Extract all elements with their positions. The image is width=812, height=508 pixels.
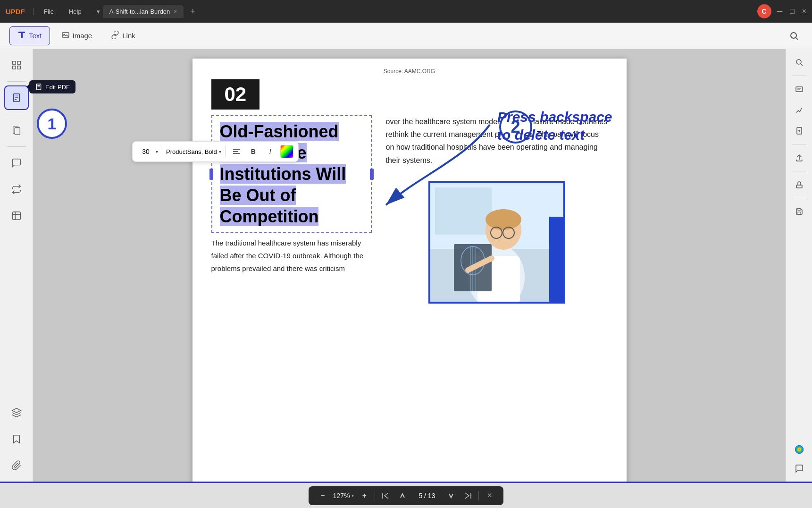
- tab-dropdown-btn[interactable]: ▾: [97, 8, 100, 15]
- sidebar-item-comment[interactable]: [4, 151, 29, 175]
- image-accent: [549, 217, 563, 302]
- svg-line-44: [801, 64, 803, 66]
- sidebar-divider-2: [7, 114, 26, 114]
- sidebar-item-thumbnails[interactable]: [4, 53, 29, 77]
- tab-add-btn[interactable]: +: [187, 6, 199, 17]
- svg-marker-19: [12, 408, 20, 413]
- nav-last-btn[interactable]: [461, 489, 475, 502]
- selected-text-institutions: Institutions Will: [220, 164, 346, 184]
- right-sidebar-rainbow[interactable]: [790, 440, 809, 459]
- content-area[interactable]: 30 ▾ ProductSans, Bold ▾ B I Source: AAM…: [33, 49, 786, 482]
- svg-rect-0: [18, 32, 25, 33]
- font-size-input[interactable]: 30: [137, 148, 154, 155]
- menu-file[interactable]: File: [40, 6, 58, 17]
- title-bar: UPDF | File Help ▾ A-Shift-to...ian-Burd…: [0, 0, 812, 23]
- align-btn[interactable]: [229, 144, 243, 159]
- bold-btn[interactable]: B: [246, 144, 260, 159]
- svg-rect-9: [17, 66, 20, 69]
- bottom-close-btn[interactable]: ×: [483, 489, 496, 502]
- right-sidebar-chat[interactable]: [790, 459, 809, 478]
- svg-point-53: [795, 445, 804, 454]
- image-tool-icon: [61, 31, 70, 41]
- sidebar-bottom: [4, 400, 29, 478]
- link-tool-btn[interactable]: Link: [103, 27, 143, 45]
- right-sidebar-extract[interactable]: [790, 121, 809, 140]
- main-toolbar: Text Image Link: [0, 23, 812, 49]
- active-tab[interactable]: A-Shift-to...ian-Burden ×: [103, 5, 184, 18]
- font-family-selector[interactable]: ProductSans, Bold ▾: [166, 148, 221, 155]
- bottom-controls: − 127% ▾ + 5 / 13 ×: [309, 486, 504, 505]
- svg-rect-7: [17, 61, 20, 64]
- sidebar-item-pages[interactable]: [4, 118, 29, 143]
- nav-next-btn[interactable]: [444, 489, 458, 502]
- zoom-display: 127% ▾: [333, 492, 354, 500]
- bottom-bar: − 127% ▾ + 5 / 13 ×: [0, 482, 812, 508]
- bottom-separator-1: [375, 491, 375, 500]
- right-sidebar-signature[interactable]: [790, 101, 809, 119]
- page-number-box: 02: [211, 79, 260, 110]
- selected-text-competition: Competition: [220, 207, 319, 226]
- right-sidebar-divider-1: [792, 76, 806, 76]
- edit-pdf-tooltip: Edit PDF: [29, 80, 75, 93]
- text-tool-icon: [17, 31, 26, 41]
- annotation-text: Press backspaceto delete text: [497, 108, 612, 144]
- svg-rect-6: [12, 61, 15, 64]
- svg-rect-49: [796, 185, 802, 188]
- sidebar-item-translate[interactable]: [4, 203, 29, 228]
- heading-text-box[interactable]: Old-Fashioned Healthcare Institutions Wi…: [211, 115, 372, 233]
- right-sidebar-divider-2: [792, 144, 806, 144]
- doctor-image: [428, 181, 565, 304]
- sidebar-item-convert[interactable]: [4, 177, 29, 202]
- sidebar-item-paperclip[interactable]: [4, 453, 29, 478]
- font-family-label: ProductSans, Bold: [166, 148, 217, 155]
- right-sidebar-divider-4: [792, 198, 806, 198]
- text-tool-btn[interactable]: Text: [9, 26, 50, 45]
- source-line: Source: AAMC.ORG: [211, 68, 608, 75]
- sidebar-item-layers[interactable]: [4, 400, 29, 425]
- zoom-dropdown[interactable]: ▾: [352, 493, 354, 498]
- tab-close-icon[interactable]: ×: [174, 8, 176, 14]
- svg-rect-15: [15, 128, 20, 135]
- search-icon-btn[interactable]: [786, 27, 803, 44]
- right-sidebar-ocr[interactable]: [790, 80, 809, 99]
- main-layout: Edit PDF 1 30 ▾ ProductSans, Bold ▾ B I: [0, 49, 812, 482]
- svg-rect-28: [435, 187, 492, 235]
- maximize-btn[interactable]: □: [790, 7, 795, 16]
- right-sidebar-save[interactable]: [790, 202, 809, 221]
- window-controls: ─ □ ×: [777, 7, 806, 16]
- font-size-dropdown[interactable]: ▾: [156, 149, 158, 154]
- right-sidebar-bottom: [790, 440, 809, 478]
- svg-rect-16: [12, 212, 20, 220]
- body-text: The traditional healthcare system has mi…: [211, 237, 372, 275]
- image-tool-label: Image: [73, 32, 92, 40]
- right-sidebar-share[interactable]: [790, 148, 809, 167]
- nav-prev-btn[interactable]: [396, 489, 409, 502]
- font-size-control[interactable]: 30 ▾: [137, 148, 158, 155]
- link-tool-label: Link: [122, 32, 135, 40]
- selected-text-old-fashioned: Old-Fashioned: [220, 122, 339, 141]
- image-tool-btn[interactable]: Image: [54, 27, 100, 45]
- text-tool-label: Text: [29, 32, 42, 40]
- right-sidebar-divider-3: [792, 171, 806, 171]
- menu-help[interactable]: Help: [65, 6, 85, 17]
- bottom-separator-2: [478, 491, 479, 500]
- color-swatch[interactable]: [280, 145, 293, 158]
- tab-area: ▾ A-Shift-to...ian-Burden × +: [97, 5, 757, 18]
- zoom-value: 127%: [333, 492, 350, 500]
- nav-first-btn[interactable]: [379, 489, 392, 502]
- text-box-handle-left: [209, 169, 213, 180]
- close-btn[interactable]: ×: [802, 7, 806, 16]
- app-logo: UPDF: [6, 8, 25, 16]
- toolbar-right: [786, 27, 803, 44]
- tab-label: A-Shift-to...ian-Burden: [109, 8, 170, 15]
- zoom-plus-btn[interactable]: +: [358, 489, 371, 502]
- pdf-page: Source: AAMC.ORG 02 Old-Fashioned Health…: [193, 59, 627, 482]
- minimize-btn[interactable]: ─: [777, 7, 782, 16]
- sidebar-item-bookmark[interactable]: [4, 427, 29, 451]
- sidebar-item-edit-pdf[interactable]: [4, 85, 29, 110]
- italic-btn[interactable]: I: [263, 144, 277, 159]
- font-family-dropdown[interactable]: ▾: [219, 149, 221, 154]
- right-sidebar-search[interactable]: [790, 53, 809, 72]
- right-sidebar-stamp[interactable]: [790, 175, 809, 194]
- zoom-minus-btn[interactable]: −: [316, 489, 329, 502]
